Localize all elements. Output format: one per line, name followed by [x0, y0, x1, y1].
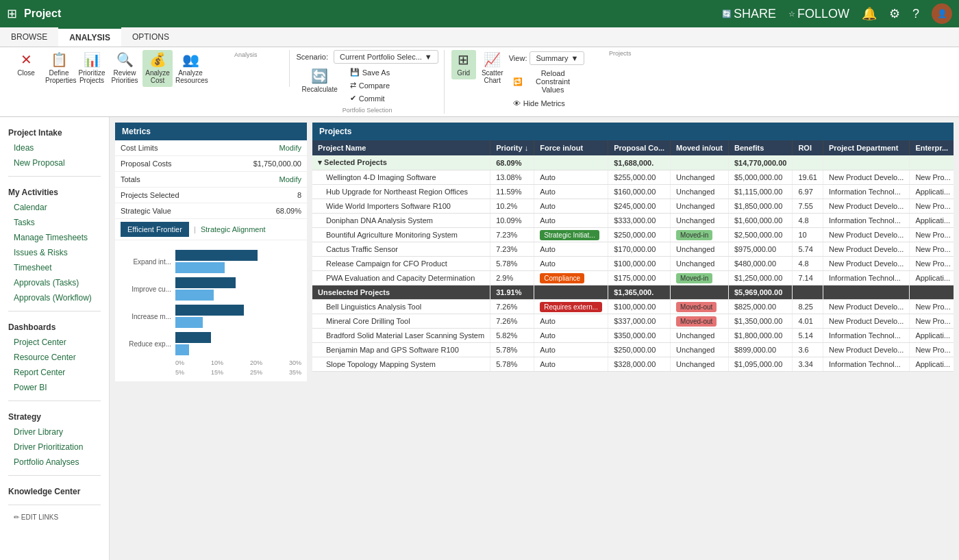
table-row[interactable]: Bell Linguistics Analysis Tool 7.26% Req… [312, 300, 954, 314]
table-row[interactable]: Wide World Importers Software R100 10.2%… [312, 199, 954, 214]
settings-icon[interactable]: ⚙ [889, 6, 900, 21]
project-proposal: $328,000.00 [608, 357, 671, 372]
project-force: Auto [534, 214, 608, 228]
project-proposal: $170,000.00 [608, 242, 671, 257]
sidebar-item-new-proposal[interactable]: New Proposal [0, 155, 109, 170]
column-header-4[interactable]: Moved in/out [671, 140, 729, 155]
portfolio-group-label: Portfolio Selection [297, 107, 438, 114]
scatter-chart-button[interactable]: 📈 Scatter Chart [479, 50, 506, 87]
sidebar-item-ideas[interactable]: Ideas [0, 140, 109, 155]
project-enterp: New Pro... [910, 314, 954, 329]
bar-light [175, 344, 189, 355]
project-enterp: Applicati... [910, 271, 954, 285]
hide-metrics-button[interactable]: 👁Hide Metrics [509, 98, 585, 109]
app-grid-icon[interactable]: ⊞ [7, 6, 17, 21]
prioritize-projects-button[interactable]: 📊 Prioritize Projects [77, 50, 107, 87]
project-roi: 7.55 [793, 199, 823, 214]
table-row[interactable]: Benjamin Map and GPS Software R100 5.78%… [312, 343, 954, 357]
column-header-8[interactable]: Enterpr... [910, 140, 954, 155]
column-header-6[interactable]: ROI [793, 140, 823, 155]
sidebar-item-approvals-tasks[interactable]: Approvals (Tasks) [0, 275, 109, 290]
column-header-1[interactable]: Priority ↓ [490, 140, 534, 155]
project-intake-heading: Project Intake [0, 123, 109, 140]
table-row[interactable]: Bradford Solid Material Laser Scanning S… [312, 329, 954, 343]
projects-table-wrapper[interactable]: Project NamePriority ↓Force in/outPropos… [312, 140, 954, 560]
bar-light [175, 262, 225, 273]
sidebar-item-driver-library[interactable]: Driver Library [0, 424, 109, 440]
sidebar-item-resource-center[interactable]: Resource Center [0, 350, 109, 365]
tab-analysis[interactable]: ANALYSIS [58, 27, 121, 47]
share-button[interactable]: 🔄 SHARE [722, 7, 776, 21]
sidebar-item-manage-timesheets[interactable]: Manage Timesheets [0, 230, 109, 245]
review-priorities-button[interactable]: 🔍 Review Priorities [110, 50, 140, 87]
top-icons: 🔄 SHARE ☆ FOLLOW 🔔 ⚙ ? 👤 [722, 3, 952, 24]
table-row[interactable]: Doniphan DNA Analysis System 10.09% Auto… [312, 214, 954, 228]
sidebar-item-calendar[interactable]: Calendar [0, 200, 109, 215]
sidebar-item-portfolio-analyses[interactable]: Portfolio Analyses [0, 455, 109, 470]
notification-icon[interactable]: 🔔 [862, 6, 877, 21]
sidebar-item-edit-links[interactable]: ✏ EDIT LINKS [0, 511, 109, 524]
help-icon[interactable]: ? [912, 7, 919, 21]
project-enterp: Applicati... [910, 329, 954, 343]
table-row[interactable]: PWA Evaluation and Capacity Determinatio… [312, 271, 954, 285]
avatar[interactable]: 👤 [932, 3, 952, 24]
column-header-2[interactable]: Force in/out [534, 140, 608, 155]
project-force: Auto [534, 329, 608, 343]
project-name: Wellington 4-D Imaging Software [312, 170, 490, 185]
cost-limits-modify[interactable]: Modify [219, 140, 307, 156]
column-header-5[interactable]: Benefits [728, 140, 792, 155]
strategic-alignment-link[interactable]: Strategic Alignment [201, 225, 266, 233]
sidebar-item-tasks[interactable]: Tasks [0, 215, 109, 230]
define-properties-button[interactable]: 📋 Define Properties [44, 50, 74, 87]
tab-options[interactable]: OPTIONS [121, 27, 180, 47]
sidebar-divider-5 [8, 505, 101, 505]
project-roi: 6.97 [793, 185, 823, 199]
bar-dark [175, 250, 258, 261]
strategic-value-row: Strategic Value 68.09% [115, 203, 307, 219]
table-row[interactable]: Mineral Core Drilling Tool 7.26% Auto $3… [312, 314, 954, 329]
totals-modify[interactable]: Modify [219, 172, 307, 188]
column-header-0[interactable]: Project Name [312, 140, 490, 155]
sidebar-item-driver-prioritization[interactable]: Driver Prioritization [0, 440, 109, 455]
sidebar-item-issues-risks[interactable]: Issues & Risks [0, 245, 109, 260]
sidebar-item-report-center[interactable]: Report Center [0, 365, 109, 380]
grid-button[interactable]: ⊞ Grid [451, 50, 476, 79]
close-button[interactable]: ✕ Close [11, 50, 41, 79]
reload-constraint-button[interactable]: 🔁Reload Constraint Values [509, 68, 585, 95]
recalculate-button[interactable]: 🔄 Recalculate [297, 66, 343, 104]
view-dropdown[interactable]: Summary ▼ [530, 51, 584, 65]
scenario-dropdown[interactable]: Current Portfolio Selec... ▼ [334, 50, 438, 64]
unselected-group-force [534, 285, 608, 300]
sidebar-item-power-bi[interactable]: Power BI [0, 380, 109, 395]
table-row[interactable]: Release Campaign for CFO Product 5.78% A… [312, 257, 954, 271]
project-moved: Unchanged [671, 170, 729, 185]
save-as-button[interactable]: 💾Save As [346, 66, 394, 78]
column-header-3[interactable]: Proposal Co... [608, 140, 671, 155]
table-row[interactable]: Wellington 4-D Imaging Software 13.08% A… [312, 170, 954, 185]
sidebar-item-timesheet[interactable]: Timesheet [0, 260, 109, 275]
project-name: Benjamin Map and GPS Software R100 [312, 343, 490, 357]
table-row[interactable]: Hub Upgrade for Northeast Region Offices… [312, 185, 954, 199]
table-row[interactable]: Bountiful Agriculture Monitoring System … [312, 228, 954, 242]
view-row: View: Summary ▼ [509, 51, 585, 65]
table-row[interactable]: Slope Topology Mapping System 5.78% Auto… [312, 357, 954, 372]
efficient-frontier-button[interactable]: Efficient Frontier [121, 222, 189, 237]
compare-button[interactable]: ⇄Compare [346, 79, 394, 91]
analyze-cost-button[interactable]: 💰 Analyze Cost [142, 50, 173, 87]
tab-browse[interactable]: BROWSE [0, 27, 58, 47]
project-enterp: New Pro... [910, 170, 954, 185]
selected-group-enterp [910, 155, 954, 170]
unselected-group-label: Unselected Projects [312, 285, 490, 300]
project-benefits: $825,000.00 [728, 300, 792, 314]
sidebar-item-approvals-workflow[interactable]: Approvals (Workflow) [0, 290, 109, 305]
sidebar-item-project-center[interactable]: Project Center [0, 335, 109, 350]
follow-button[interactable]: ☆ FOLLOW [788, 7, 849, 21]
table-row[interactable]: Cactus Traffic Sensor 7.23% Auto $170,00… [312, 242, 954, 257]
column-header-7[interactable]: Project Department [823, 140, 909, 155]
chart-label: Improve cu... [121, 285, 175, 293]
commit-button[interactable]: ✔Commit [346, 92, 394, 104]
project-force: Requires extern... [534, 300, 608, 314]
project-dept: Information Technol... [823, 185, 909, 199]
bar-dark [175, 305, 244, 316]
analyze-resources-button[interactable]: 👥 Analyze Resources [175, 50, 206, 87]
